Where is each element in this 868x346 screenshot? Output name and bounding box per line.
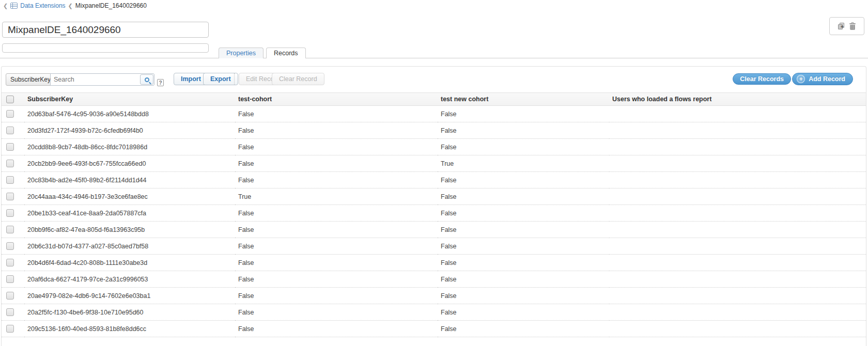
- de-name-input[interactable]: [2, 22, 209, 38]
- row-checkbox[interactable]: [6, 259, 14, 266]
- row-checkbox[interactable]: [6, 292, 14, 300]
- clear-record-button[interactable]: Clear Record: [272, 73, 324, 85]
- subscriber-key-cell: 20b6c31d-b07d-4377-a027-85c0aed7bf58: [24, 238, 235, 255]
- trash-icon[interactable]: [849, 23, 856, 30]
- column-header-subscriberkey[interactable]: SubscriberKey: [24, 93, 235, 106]
- table-row[interactable]: 20ae4979-082e-4db6-9c14-7602e6e03ba1Fals…: [2, 288, 866, 304]
- users-flows-report-cell: [609, 205, 866, 222]
- column-header-test-new-cohort[interactable]: test new cohort: [438, 93, 609, 106]
- table-row[interactable]: 20cdd8b8-9cb7-48db-86cc-8fdc7018986dFals…: [2, 139, 866, 155]
- row-checkbox[interactable]: [6, 143, 14, 151]
- test-cohort-cell: False: [235, 172, 438, 188]
- row-checkbox[interactable]: [6, 127, 14, 134]
- column-header-test-cohort[interactable]: test-cohort: [235, 93, 438, 106]
- test-new-cohort-cell: False: [438, 122, 609, 139]
- table-row[interactable]: 20b6c31d-b07d-4377-a027-85c0aed7bf58Fals…: [2, 238, 866, 255]
- tab-records[interactable]: Records: [266, 48, 306, 58]
- test-new-cohort-cell: False: [438, 188, 609, 205]
- row-checkbox[interactable]: [6, 176, 14, 184]
- de-actions-box: +: [829, 17, 864, 35]
- row-checkbox[interactable]: [6, 242, 14, 250]
- subscriber-key-cell: 20d3fd27-172f-4939-b72c-6cfedb69f4b0: [24, 122, 235, 139]
- clear-records-button[interactable]: Clear Records: [733, 73, 791, 85]
- table-row[interactable]: 20c83b4b-ad2e-45f0-89b2-6f2114dd1d44Fals…: [2, 172, 866, 188]
- users-flows-report-cell: [609, 222, 866, 238]
- table-row[interactable]: 20a2f5fc-f130-4be6-9f38-10e710e95d60Fals…: [2, 304, 866, 321]
- table-row[interactable]: 20d63baf-5476-4c95-9036-a90e5148bdd8Fals…: [2, 106, 866, 122]
- table-row[interactable]: 20be1b33-ceaf-41ce-8aa9-2da057887cfaFals…: [2, 205, 866, 222]
- row-checkbox[interactable]: [6, 226, 14, 233]
- users-flows-report-cell: [609, 155, 866, 172]
- users-flows-report-cell: [609, 321, 866, 337]
- search-button[interactable]: [140, 74, 153, 85]
- column-header-users-flows-report[interactable]: Users who loaded a flows report: [609, 93, 866, 106]
- users-flows-report-cell: [609, 304, 866, 321]
- row-checkbox[interactable]: [6, 308, 14, 316]
- test-new-cohort-cell: False: [438, 288, 609, 304]
- test-cohort-cell: False: [235, 271, 438, 288]
- search-input[interactable]: [51, 76, 140, 83]
- users-flows-report-cell: [609, 106, 866, 122]
- test-cohort-cell: False: [235, 255, 438, 271]
- test-cohort-cell: False: [235, 106, 438, 122]
- data-extension-grid-icon: [10, 3, 18, 9]
- breadcrumb: ❮ Data Extensions ❮ MixpanelDE_164002966…: [3, 2, 147, 10]
- export-button[interactable]: Export: [203, 73, 238, 85]
- table-row[interactable]: 20cb2bb9-9ee6-493f-bc67-755fcca66ed0Fals…: [2, 155, 866, 172]
- users-flows-report-cell: [609, 271, 866, 288]
- row-checkbox[interactable]: [6, 275, 14, 283]
- subscriber-key-cell: 20af6dca-6627-4179-97ce-2a31c9996053: [24, 271, 235, 288]
- row-checkbox[interactable]: [6, 160, 14, 167]
- users-flows-report-cell: [609, 238, 866, 255]
- table-row[interactable]: 20bb9f6c-af82-47ea-805d-f6a13963c95bFals…: [2, 222, 866, 238]
- breadcrumb-separator-icon: ❮: [68, 2, 73, 9]
- row-checkbox[interactable]: [6, 110, 14, 118]
- test-new-cohort-cell: False: [438, 304, 609, 321]
- test-cohort-cell: False: [235, 288, 438, 304]
- subscriber-key-cell: 20ae4979-082e-4db6-9c14-7602e6e03ba1: [24, 288, 235, 304]
- test-new-cohort-cell: False: [438, 255, 609, 271]
- add-record-button[interactable]: + Add Record: [792, 73, 853, 85]
- test-new-cohort-cell: False: [438, 271, 609, 288]
- tab-properties[interactable]: Properties: [219, 48, 264, 58]
- records-toolbar: SubscriberKey ? Import Export Edit Recor…: [2, 67, 866, 92]
- breadcrumb-data-extensions-link[interactable]: Data Extensions: [20, 2, 65, 9]
- copy-icon[interactable]: +: [838, 23, 845, 29]
- tabs: Properties Records: [219, 48, 306, 58]
- back-chevron-icon[interactable]: ❮: [3, 2, 8, 9]
- tabstrip-divider: [0, 58, 868, 58]
- subscriber-key-cell: 20be1b33-ceaf-41ce-8aa9-2da057887cfa: [24, 205, 235, 222]
- plus-icon: +: [797, 75, 805, 83]
- users-flows-report-cell: [609, 172, 866, 188]
- row-checkbox[interactable]: [6, 193, 14, 200]
- users-flows-report-cell: [609, 188, 866, 205]
- test-new-cohort-cell: False: [438, 321, 609, 337]
- table-row[interactable]: 20af6dca-6627-4179-97ce-2a31c9996053Fals…: [2, 271, 866, 288]
- users-flows-report-cell: [609, 122, 866, 139]
- test-cohort-cell: False: [235, 222, 438, 238]
- table-row[interactable]: 20c44aaa-434c-4946-b197-3e3ce6fae8ecTrue…: [2, 188, 866, 205]
- test-cohort-cell: False: [235, 321, 438, 337]
- table-row[interactable]: 20d3fd27-172f-4939-b72c-6cfedb69f4b0Fals…: [2, 122, 866, 139]
- row-checkbox[interactable]: [6, 325, 14, 333]
- test-cohort-cell: False: [235, 304, 438, 321]
- test-new-cohort-cell: False: [438, 172, 609, 188]
- test-cohort-cell: False: [235, 205, 438, 222]
- de-description-input[interactable]: [2, 43, 209, 53]
- table-header-row: SubscriberKey test-cohort test new cohor…: [2, 93, 866, 106]
- test-new-cohort-cell: False: [438, 205, 609, 222]
- test-new-cohort-cell: False: [438, 139, 609, 155]
- table-row[interactable]: 209c5136-16f0-40ed-8593-81b8fe8dd6ccFals…: [2, 321, 866, 337]
- test-cohort-cell: False: [235, 155, 438, 172]
- search-icon: [145, 77, 149, 82]
- table-row[interactable]: 20b4d6f4-6dad-4c20-808b-1111e30abe3dFals…: [2, 255, 866, 271]
- row-checkbox[interactable]: [6, 209, 14, 217]
- subscriber-key-cell: 20c44aaa-434c-4946-b197-3e3ce6fae8ec: [24, 188, 235, 205]
- select-all-checkbox[interactable]: [6, 96, 14, 103]
- test-new-cohort-cell: True: [438, 155, 609, 172]
- help-icon[interactable]: ?: [157, 79, 164, 86]
- breadcrumb-current: MixpanelDE_1640029660: [75, 2, 147, 9]
- test-new-cohort-cell: False: [438, 238, 609, 255]
- records-tbody: 20d63baf-5476-4c95-9036-a90e5148bdd8Fals…: [2, 106, 866, 337]
- add-record-label: Add Record: [809, 75, 845, 83]
